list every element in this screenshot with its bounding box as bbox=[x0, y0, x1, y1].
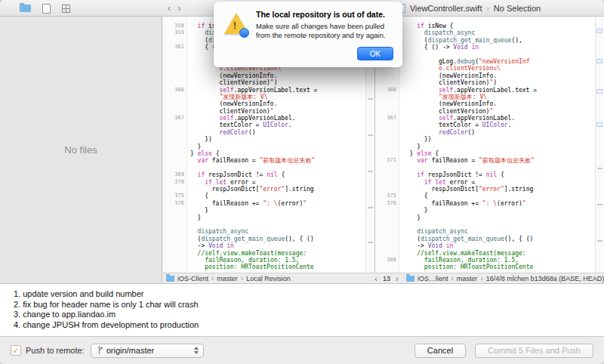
line-number bbox=[163, 186, 186, 193]
line-number bbox=[163, 242, 186, 249]
forward-arrow-icon[interactable]: › bbox=[177, 0, 180, 17]
code-line: } bbox=[402, 214, 595, 221]
code-line: (newVersionInfo. bbox=[190, 72, 365, 79]
jumpbar-item[interactable]: master bbox=[217, 275, 238, 282]
code-line: clientVersion)") bbox=[190, 79, 365, 86]
line-number: 376 bbox=[375, 200, 399, 207]
line-number: 367 bbox=[375, 115, 399, 122]
commit-message-editor[interactable]: 1. update version and build number2. fix… bbox=[0, 283, 604, 336]
code-line: dispatch_async bbox=[402, 228, 595, 235]
line-number bbox=[163, 264, 186, 270]
folder-icon bbox=[406, 276, 414, 282]
line-number bbox=[163, 37, 186, 44]
chevron-right-icon: › bbox=[480, 274, 482, 282]
line-number: 366 bbox=[375, 87, 399, 94]
breadcrumb-selection[interactable]: No Selection bbox=[494, 4, 541, 13]
ok-button[interactable]: OK bbox=[357, 47, 393, 60]
alert-title: The local repository is out of date. bbox=[256, 10, 393, 19]
line-number bbox=[375, 264, 399, 270]
code-line: respJsonDict["error"].string bbox=[190, 186, 365, 193]
jumpbar-item[interactable]: master bbox=[457, 275, 478, 282]
line-number bbox=[375, 179, 399, 186]
code-line: } bbox=[402, 207, 595, 214]
code-line: position: HRToastPositionCente bbox=[190, 264, 365, 270]
code-line: textColor = UIColor. bbox=[402, 122, 595, 128]
code-line: (newVersionInfo. bbox=[402, 100, 595, 107]
line-number bbox=[375, 221, 399, 228]
code-line: dispatch_async bbox=[402, 29, 595, 36]
code-line: self.appVersionLabel.text = bbox=[402, 87, 595, 94]
code-line: } bbox=[402, 143, 595, 150]
line-number bbox=[163, 228, 186, 235]
jumpbar-item[interactable]: Local Revision bbox=[246, 275, 291, 282]
code-line: failReason, duration: 1.5, bbox=[190, 257, 365, 264]
revision-jumpbars: iOS-Client›master›Local Revision ‹ 13 › … bbox=[163, 273, 604, 283]
code-line: failReason += ": \(error)" bbox=[190, 200, 365, 207]
back-arrow-icon[interactable]: ‹ bbox=[168, 0, 171, 17]
code-line: //self.view.makeToast(message: bbox=[190, 250, 365, 257]
change-count: 13 bbox=[383, 275, 390, 282]
code-line bbox=[190, 221, 365, 228]
document-icon[interactable] bbox=[42, 4, 51, 14]
code-line: if isNew { bbox=[402, 23, 595, 29]
line-number bbox=[163, 165, 186, 171]
line-number bbox=[375, 236, 399, 242]
app-badge-icon bbox=[239, 28, 249, 38]
out-of-date-alert: ! The local repository is out of date. M… bbox=[214, 2, 402, 67]
line-number: 375 bbox=[163, 193, 186, 199]
code-line: { bbox=[190, 193, 365, 199]
jumpbar-item[interactable]: iOS…lient bbox=[418, 275, 448, 282]
code-line: self.appVersionLabel.text = bbox=[190, 87, 365, 94]
code-line: } else { bbox=[402, 150, 595, 157]
left-revision-jumpbar: iOS-Client›master›Local Revision bbox=[163, 274, 368, 282]
line-number bbox=[375, 108, 399, 115]
code-line: failReason += ": \(error)" bbox=[402, 200, 595, 207]
line-number: 375 bbox=[375, 193, 399, 199]
previous-change-button[interactable]: ‹ bbox=[374, 274, 378, 283]
line-number: 359 bbox=[163, 29, 186, 36]
line-number: 366 bbox=[163, 87, 186, 94]
line-number: 369 bbox=[163, 171, 186, 178]
remote-branch-select[interactable]: origin/master bbox=[91, 344, 204, 358]
line-number bbox=[163, 51, 186, 58]
push-to-remote-checkbox[interactable]: ✓ bbox=[11, 345, 21, 356]
line-number bbox=[163, 150, 186, 157]
next-change-button[interactable]: › bbox=[396, 274, 399, 283]
code-line: { () -> Void in bbox=[402, 44, 595, 51]
line-number bbox=[163, 236, 186, 242]
line-number bbox=[163, 58, 186, 65]
line-number bbox=[375, 94, 399, 100]
check-icon: ✓ bbox=[13, 347, 19, 355]
line-number: 376 bbox=[163, 200, 186, 207]
code-line: redColor() bbox=[190, 129, 365, 136]
warning-icon: ! bbox=[223, 10, 256, 60]
code-line: textColor = UIColor. bbox=[190, 122, 365, 128]
folder-icon[interactable] bbox=[20, 5, 31, 12]
remote-branch-value: origin/master bbox=[106, 346, 190, 355]
code-line bbox=[190, 165, 365, 171]
right-code-pane[interactable]: 366367371375376380 if isNew {dispatch_as… bbox=[375, 17, 604, 273]
breadcrumb-file[interactable]: ViewController.swift bbox=[410, 4, 482, 13]
line-number bbox=[375, 165, 399, 171]
line-number bbox=[375, 100, 399, 107]
branch-icon bbox=[96, 346, 103, 355]
line-number bbox=[163, 207, 186, 214]
line-number: 370 bbox=[163, 179, 186, 186]
jumpbar-item[interactable]: iOS-Client bbox=[177, 275, 208, 282]
code-line: } bbox=[190, 214, 365, 221]
grid-view-icon[interactable] bbox=[62, 5, 70, 13]
jumpbar-item[interactable]: 16/4/8 mlchen b13d68a (BASE, HEAD) bbox=[486, 275, 604, 282]
commit-window: ‹ › ‹ › ViewController.swift › No Select… bbox=[0, 0, 604, 364]
line-number bbox=[375, 72, 399, 79]
code-line: } bbox=[190, 143, 365, 150]
popup-arrows-icon bbox=[194, 347, 199, 354]
code-line: redColor() bbox=[402, 129, 595, 136]
line-number bbox=[163, 122, 186, 128]
line-number bbox=[375, 122, 399, 128]
commit-and-push-button[interactable]: Commit 5 Files and Push bbox=[475, 344, 593, 358]
line-number: 380 bbox=[375, 257, 399, 264]
line-number bbox=[375, 214, 399, 221]
code-line: var failReason = "获取版本信息失败" bbox=[190, 157, 365, 164]
line-number bbox=[375, 143, 399, 150]
cancel-button[interactable]: Cancel bbox=[414, 344, 466, 358]
